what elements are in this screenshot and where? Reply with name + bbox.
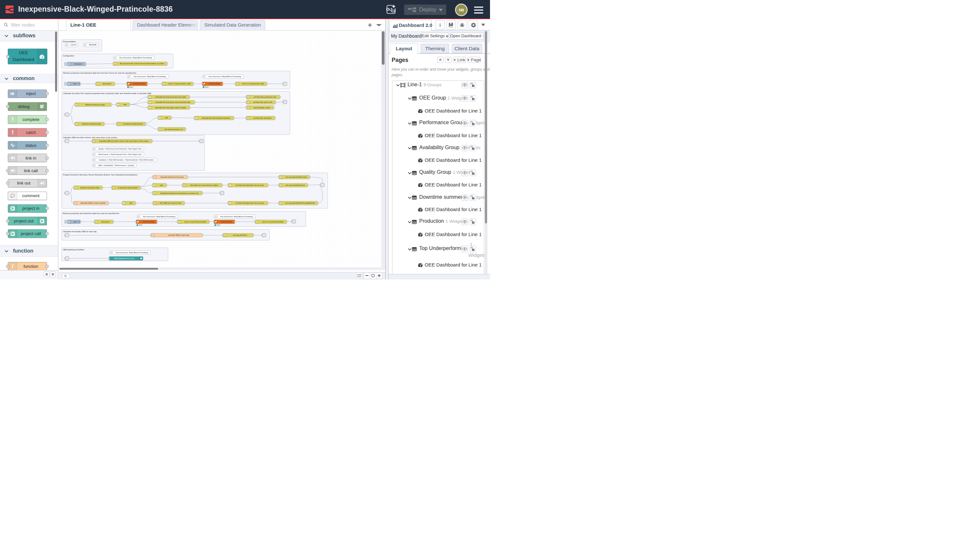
svg-text:Calculate and display OEE for: Calculate and display OEE for each day.	[63, 230, 97, 232]
svg-text:Calculate OEE for each machine: Calculate OEE for each machine	[80, 202, 105, 204]
svg-text:set flow.target_output: set flow.target_output	[253, 106, 270, 108]
svg-text:DowntimeData: DowntimeData	[220, 220, 232, 222]
svg-text:Set Recent Downtime & Downtime: Set Recent Downtime & Downtime summery t…	[160, 192, 198, 194]
svg-text:f: f	[12, 264, 14, 268]
svg-text:Retrieve production and downti: Retrieve production and downtime data fr…	[63, 212, 120, 214]
svg-text:Retrieve production and downti: Retrieve production and downtime data fr…	[63, 72, 137, 74]
svg-text:OEE Dashboard for Line 1: OEE Dashboard for Line 1	[114, 257, 134, 259]
svg-text:License: License	[70, 44, 76, 46]
svg-text:Calculate OEE and other metric: Calculate OEE and other metrics, then st…	[99, 140, 149, 142]
svg-text:Documentation: Documentation	[63, 41, 76, 43]
svg-text:i: i	[439, 22, 441, 27]
svg-text:RWC: RWC	[216, 224, 220, 226]
svg-text:Retrieve Production Data: Retrieve Production Data	[85, 103, 104, 105]
svg-text:Key Instructions: Read Before: Key Instructions: Read Before Proceeding	[119, 57, 152, 59]
svg-text:Key Instructions: Read Before: Key Instructions: Read Before Proceeding	[220, 215, 252, 217]
svg-text:Key Instructions: Read Before: Key Instructions: Read Before Proceeding	[208, 75, 241, 77]
svg-text:store in msg.DowntimeData: store in msg.DowntimeData	[262, 220, 283, 222]
svg-text:Calculate Downtime Summery: Calculate Downtime Summery	[160, 176, 184, 178]
svg-text:inject: inject	[73, 220, 77, 222]
svg-text:Set params: Set params	[101, 220, 110, 222]
svg-text:Is Downtime Data Empty?: Is Downtime Data Empty?	[118, 187, 138, 189]
svg-text:Key Instructions: Read Before: Key Instructions: Read Before Proceeding	[134, 75, 166, 77]
svg-text:Is Downtime Data Empty?: Is Downtime Data Empty?	[122, 123, 143, 125]
svg-text:set flow.total_produced_units: set flow.total_produced_units	[253, 96, 276, 98]
svg-text:store in msg.production_data: store in msg.production_data	[168, 83, 191, 84]
svg-text:set flow.total_downtime: set flow.total_downtime	[253, 117, 271, 119]
svg-text:split: split	[123, 103, 126, 105]
svg-text:Sort data from most recent to: Sort data from most recent to oldest	[190, 184, 218, 186]
svg-text:Calculate OEE and other metric: Calculate OEE and other metrics, then st…	[63, 136, 118, 138]
svg-text:split: split	[129, 202, 132, 204]
svg-text:OEE = (Availability) * (Perfor: OEE = (Availability) * (Performance) * (…	[98, 164, 134, 166]
svg-text:+: +	[368, 21, 372, 29]
svg-text:RWC: RWC	[205, 86, 209, 88]
svg-text:Set Total Downtime to 0: Set Total Downtime to 0	[164, 128, 183, 130]
svg-text:OEE Dashboard Subflow: OEE Dashboard Subflow	[63, 249, 84, 251]
svg-text:timestamp ¹: timestamp ¹	[74, 63, 82, 65]
svg-text:set msg.oeeTrend: set msg.oeeTrend	[233, 234, 247, 236]
svg-text:store in msg.ProductionData: store in msg.ProductionData	[184, 220, 206, 222]
svg-text:set flow.total_good_units: set flow.total_good_units	[253, 101, 272, 103]
svg-text:set msg.topUnderPerformingMach: set msg.topUnderPerformingMachines	[285, 202, 315, 204]
svg-text:Key Instructions: Read Before: Key Instructions: Read Before Proceeding	[143, 215, 175, 217]
svg-text:Calculate the total of the req: Calculate the total of the required prop…	[63, 93, 151, 94]
svg-text:README: README	[89, 44, 96, 46]
svg-text:Quality = Total Good Units Pro: Quality = Total Good Units Produced / To…	[98, 148, 142, 150]
svg-text:Availavity = (Total Shift Dura: Availavity = (Total Shift Duration - Tot…	[99, 159, 154, 161]
svg-text:set msg.downtimeSummery: set msg.downtimeSummery	[285, 176, 307, 178]
svg-text:Sort OEE from worst to best: Sort OEE from worst to best	[160, 202, 181, 204]
svg-text:set msg.recentDowntime: set msg.recentDowntime	[285, 184, 305, 186]
svg-text:Configuration: Configuration	[63, 55, 74, 57]
svg-text:Simulated Data Generation: Simulated Data Generation	[204, 22, 261, 28]
svg-text:inject: inject	[73, 83, 77, 84]
svg-text:ProductionData: ProductionData	[142, 220, 154, 222]
svg-text:Performance = Total Produced U: Performance = Total Produced Units / Tot…	[98, 153, 141, 155]
svg-text:Set params: Set params	[102, 83, 112, 84]
svg-text:DowntimeData: DowntimeData	[208, 83, 220, 84]
svg-text:RWC: RWC	[129, 86, 133, 88]
svg-text:RWC: RWC	[139, 224, 143, 226]
svg-text:Calculate the total target out: Calculate the total target output of tod…	[155, 106, 186, 108]
svg-text:split: split	[160, 184, 163, 186]
svg-text:Calculate the total good units: Calculate the total good units produced …	[155, 101, 191, 103]
svg-text:Set and store the current line: Set and store the current line and shift…	[120, 63, 164, 64]
svg-text:split: split	[165, 117, 168, 119]
svg-text:store in msg.downtime_data: store in msg.downtime_data	[242, 83, 264, 84]
svg-text:Combine the data back into an: Combine the data back into an array.	[235, 202, 264, 204]
svg-text:Retrieve Downtime Data: Retrieve Downtime Data	[80, 187, 99, 189]
svg-text:Combine the data back into an: Combine the data back into an array.	[235, 184, 264, 186]
svg-text:ProductionData: ProductionData	[133, 83, 145, 84]
svg-text:calculate OEE for each day: calculate OEE for each day	[168, 234, 189, 236]
svg-text:Calculate the total produced u: Calculate the total produced units today	[155, 96, 186, 98]
svg-text:Retrieve Downtime Data: Retrieve Downtime Data	[82, 123, 101, 125]
svg-text:Key Instructions: Read Before: Key Instructions: Read Before Proceeding	[115, 251, 148, 253]
svg-text:Line-1 OEE: Line-1 OEE	[70, 22, 96, 27]
svg-text:Prepare Downtime Summary, Rece: Prepare Downtime Summary, Recent Downtim…	[63, 174, 137, 176]
svg-text:Calculate the total downtime d: Calculate the total downtime duration	[201, 117, 230, 119]
